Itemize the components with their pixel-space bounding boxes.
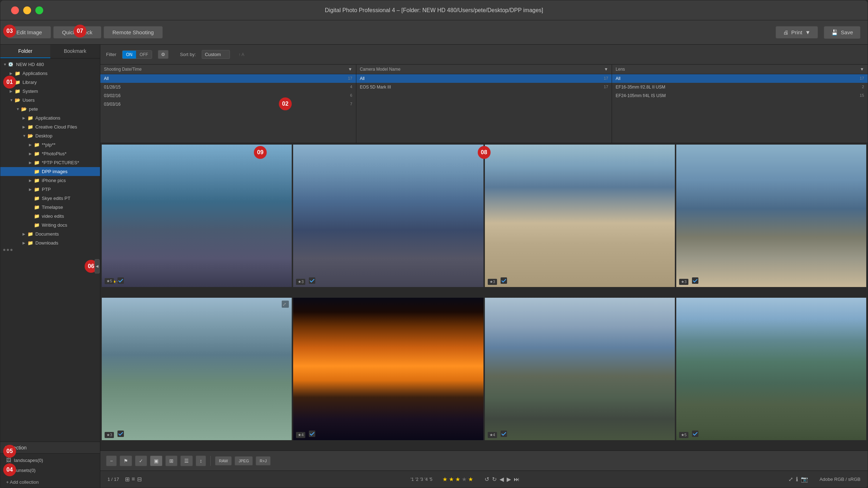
zoom-out-button[interactable]: − [106,456,117,466]
tree-item-users[interactable]: ▼ 📂 Users [0,96,100,105]
meta-lens-all[interactable]: All 17 [612,74,868,83]
filmstrip-icon[interactable]: ⊟ [137,476,142,483]
tree-item-desktop[interactable]: ▼ 📂 Desktop [0,131,100,140]
tree-item-creative-cloud[interactable]: ▶ 📁 Creative Cloud Files [0,122,100,131]
star-1[interactable]: ★ [442,476,447,483]
meta-date-all[interactable]: All 17 [100,74,356,83]
minimize-button[interactable] [23,6,31,14]
tree-item-dpp-images[interactable]: 📁 DPP images [0,167,100,176]
nav-next-icon[interactable]: ▶ [507,476,511,483]
tab-bookmark[interactable]: Bookmark [50,45,100,58]
photo-count-1: ★5 [105,278,114,284]
photo-count-7: ★4 [488,432,497,438]
raw-button[interactable]: RAW [215,456,232,466]
meta-lens-16-35[interactable]: EF16-35mm f/2.8L II USM 2 [612,83,868,91]
raw-jpeg-button[interactable]: R+J [256,456,271,466]
grid-view-button[interactable]: ▣ [150,456,162,466]
separator-1 [210,456,211,466]
photo-cell-7[interactable]: ★4 [485,298,675,440]
filter-off-button[interactable]: OFF [136,51,152,59]
tree-item-skye[interactable]: 📁 Skye edits PT [0,194,100,203]
add-collection-button[interactable]: + Add collection [0,477,100,488]
info-icon[interactable]: ℹ [796,476,798,483]
meta-date-dropdown-icon[interactable]: ▼ [348,67,352,72]
meta-date-jan28[interactable]: 01/28/15 4 [100,83,356,91]
annotation-03: 03 [3,25,16,37]
meta-lens-24-105[interactable]: EF24-105mm f/4L IS USM 15 [612,91,868,100]
tree-item-ptp-pictures[interactable]: ▶ 📁 *PTP PICTURES* [0,158,100,167]
tree-item-documents[interactable]: ▶ 📁 Documents [0,230,100,238]
star-2[interactable]: ★ [449,476,454,483]
nav-end-icon[interactable]: ⏭ [514,476,520,483]
save-button[interactable]: 💾 Save [824,26,861,39]
folder-open-icon: 📂 [27,133,34,139]
tree-item-applications-pete[interactable]: ▶ 📁 Applications [0,114,100,122]
collection-item-landscapes[interactable]: 🖼 landscapes(0) [0,455,100,465]
grid-icon[interactable]: ⊞ [125,476,130,483]
photo-cell-6[interactable]: ★4 [293,298,483,440]
svg-rect-1 [309,277,315,284]
check-button[interactable]: ✓ [135,456,147,466]
meta-camera-eos5d[interactable]: EOS 5D Mark III 17 [356,83,612,91]
photo-cell-2[interactable]: ★3 [293,145,483,287]
photo-cell-8[interactable]: ★5 [676,298,866,440]
filter-on-button[interactable]: ON [122,51,136,59]
tree-item-writing-docs[interactable]: 📁 Writing docs [0,221,100,230]
camera-icon[interactable]: 📷 [801,476,808,483]
small-grid-button[interactable]: ⊞ [165,456,177,466]
print-button[interactable]: 🖨 Print ▼ [776,26,818,39]
list-view-button[interactable]: ☰ [180,456,193,466]
tree-item-photoplus[interactable]: ▶ 📁 *PhotoPlus* [0,149,100,158]
rotate-right-icon[interactable]: ↻ [492,476,497,483]
photo-cell-3[interactable]: ★3 [485,145,675,287]
flag-button[interactable]: ⚑ [120,456,132,466]
rotate-left-icon[interactable]: ↺ [485,476,489,483]
star-5[interactable]: ★ [468,476,473,483]
tree-item-ptp2[interactable]: ▶ 📁 **ptp** [0,140,100,149]
tree-item-video-edits[interactable]: 📁 video edits [0,212,100,221]
sort-select[interactable]: Custom Date Name Rating [202,50,230,59]
sidebar-tabs: Folder Bookmark [0,45,100,59]
tree-item-downloads[interactable]: ▶ 📁 Downloads [0,238,100,247]
meta-date-mar03[interactable]: 03/03/16 7 [100,100,356,109]
meta-camera-dropdown-icon[interactable]: ▼ [604,67,608,72]
printer-icon: 🖨 [783,29,788,35]
jpeg-button[interactable]: JPEG [235,456,253,466]
tree-item-applications-root[interactable]: ▶ 📁 Applications [0,69,100,78]
photo-checkmark-4 [692,277,698,285]
metadata-filter-row: 02 Shooting Date/Time ▼ All 17 01/28/15 [100,65,868,143]
meta-date-mar02[interactable]: 03/02/16 6 [100,91,356,100]
remote-shooting-button[interactable]: Remote Shooting [104,26,163,39]
tree-item-timelapse[interactable]: 📁 Timelapse [0,203,100,212]
folder-icon: 📁 [34,142,40,147]
window-title: Digital Photo Professional 4 – [Folder: … [325,7,543,14]
tree-item-pete[interactable]: ▼ 📂 pete [0,105,100,114]
toolbar-right: 🖨 Print ▼ 03 💾 Save [776,26,861,39]
tree-item-hd480[interactable]: ▼ 💽 NEW HD 480 [0,60,100,69]
meta-lens-dropdown-icon[interactable]: ▼ [860,67,864,72]
tree-item-iphone-pics[interactable]: ▶ 📁 iPhone pics [0,176,100,185]
filter-settings-icon[interactable]: ⚙ [158,50,169,59]
tree-item-ptp[interactable]: ▶ 📁 PTP [0,185,100,194]
sort-icon-button[interactable]: ↕ [196,456,206,466]
star-4[interactable]: ★ [462,476,467,483]
photo-cell-1[interactable]: ★★★★★ ★5 [102,145,292,287]
tree-item-system[interactable]: ▶ 📁 System [0,87,100,96]
close-button[interactable] [11,6,19,14]
expand-icon[interactable]: ⤢ [788,476,793,483]
photo-cell-5[interactable]: ⤢ ★3 [102,298,292,440]
tab-folder[interactable]: Folder [0,45,50,58]
folder-icon: 📁 [34,178,40,183]
folder-open-icon: 📂 [15,97,21,103]
list-icon[interactable]: ≡ [132,476,135,483]
star-3[interactable]: ★ [455,476,460,483]
folder-icon: 📁 [34,222,40,228]
nav-prev-icon[interactable]: ◀ [500,476,504,483]
photo-cell-4[interactable]: ★3 [676,145,866,287]
folder-tree[interactable]: 01 ▼ 💽 NEW HD 480 ▶ 📁 Applications [0,59,100,442]
meta-camera-all[interactable]: All 17 [356,74,612,83]
maximize-button[interactable] [35,6,43,14]
sidebar-collapse-button[interactable]: ◀ [95,259,100,273]
svg-rect-2 [501,277,507,284]
sort-direction-icon[interactable]: ↑ A [239,52,245,57]
